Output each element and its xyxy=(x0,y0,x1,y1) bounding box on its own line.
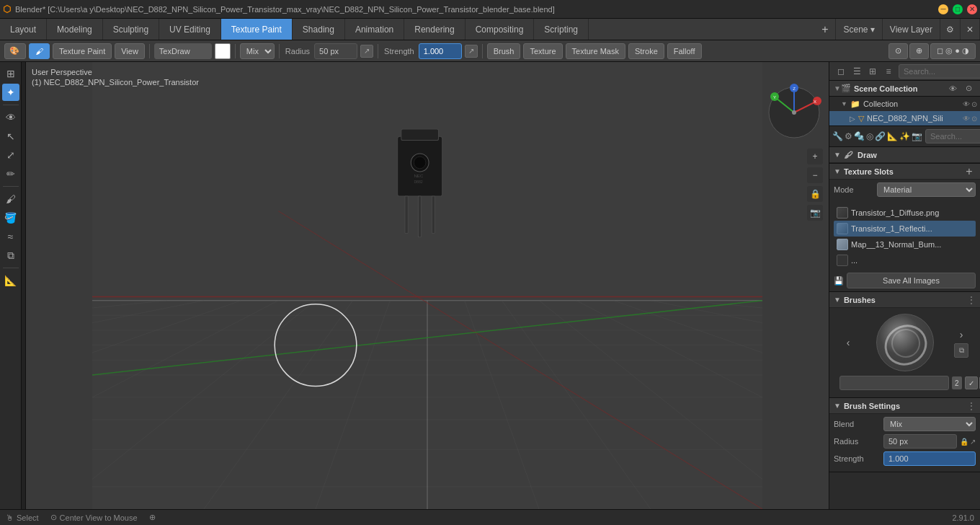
bs-radius-curve-icon[interactable]: ↗ xyxy=(970,438,976,446)
tab-add[interactable]: + xyxy=(814,19,836,40)
falloff-btn[interactable]: Falloff xyxy=(667,43,702,59)
bs-radius-field[interactable]: 50 px xyxy=(883,434,957,449)
collection-item[interactable]: ▼ 📁 Collection 👁 ⊙ xyxy=(829,97,980,111)
save-all-images-btn[interactable]: Save All Images xyxy=(847,273,976,288)
view-lock-icon[interactable]: 🔒 xyxy=(807,186,823,202)
brush-copy-btn[interactable]: ⧉ xyxy=(954,343,968,358)
tab-settings-btn[interactable]: ⚙ xyxy=(940,19,961,40)
coll-eye-icon[interactable]: 👁 xyxy=(963,100,970,108)
scene-collection-header[interactable]: ▼ 🎬 Scene Collection 👁 ⊙ xyxy=(829,81,980,97)
texture-btn[interactable]: Texture xyxy=(523,43,562,59)
tab-uv-editing[interactable]: UV Editing xyxy=(159,19,221,40)
view-icon[interactable]: 👁 xyxy=(2,109,19,126)
tab-layout[interactable]: Layout xyxy=(0,19,47,40)
tab-texture-paint[interactable]: Texture Paint xyxy=(221,19,293,40)
prop-icon-6[interactable]: 📐 xyxy=(887,129,898,144)
brushes-expand-icon[interactable]: ⋮ xyxy=(967,295,976,305)
scene-selector[interactable]: Scene ▾ xyxy=(836,19,882,40)
draw-header[interactable]: ▼ 🖌 Draw xyxy=(829,147,980,163)
blend-select[interactable]: Mix xyxy=(240,43,275,59)
radius-curve-btn[interactable]: ↗ xyxy=(360,45,373,58)
brush-next-btn[interactable]: › xyxy=(954,327,968,342)
prop-icon-3[interactable]: 🔩 xyxy=(854,129,865,144)
prop-icon-7[interactable]: ✨ xyxy=(899,129,910,144)
tab-compositing[interactable]: Compositing xyxy=(466,19,535,40)
restrict-icon[interactable]: ⊙ xyxy=(961,81,976,96)
radius-input[interactable]: 50 px xyxy=(314,43,357,59)
nav-gizmo[interactable]: X Y Z xyxy=(765,84,823,141)
add-texture-slot-btn[interactable]: + xyxy=(963,165,976,178)
maximize-btn[interactable]: □ xyxy=(953,4,963,14)
bs-strength-field[interactable]: 1.000 xyxy=(883,451,976,466)
object-item[interactable]: ▷ ▽ NEC_D882_NPN_Sili 👁 ⊙ xyxy=(829,111,980,125)
clone-icon[interactable]: ⧉ xyxy=(2,247,19,264)
prop-icon-1[interactable]: 🔧 xyxy=(832,129,843,144)
tab-close-btn[interactable]: ✕ xyxy=(961,19,980,40)
annotate-icon[interactable]: ✏ xyxy=(2,165,19,182)
search-input[interactable] xyxy=(899,64,980,79)
select-icon[interactable]: ↖ xyxy=(2,128,19,145)
tab-scripting[interactable]: Scripting xyxy=(534,19,589,40)
prop-icon-4[interactable]: ◎ xyxy=(866,129,873,144)
texture-item-normal[interactable]: Map__13_Normal_Bum... xyxy=(834,237,976,252)
brush-name-input[interactable]: TexDraw xyxy=(154,43,212,59)
texture-item-reflection[interactable]: Transistor_1_Reflecti... xyxy=(834,221,976,237)
mode-select[interactable]: Material xyxy=(877,182,976,197)
tab-animation[interactable]: Animation xyxy=(345,19,404,40)
texture-item-diffuse[interactable]: Transistor_1_Diffuse.png xyxy=(834,205,976,221)
stroke-btn[interactable]: Stroke xyxy=(628,43,664,59)
viewport-shading-btns[interactable]: ◻ ◎ ● ◑ xyxy=(930,43,976,59)
view-layer-selector[interactable]: View Layer xyxy=(883,19,940,40)
prop-icon-2[interactable]: ⚙ xyxy=(845,129,852,144)
paint-brush-icon[interactable]: 🖌 xyxy=(2,190,19,208)
bs-blend-select[interactable]: Mix xyxy=(883,417,976,431)
brush-name-field[interactable]: TexDraw xyxy=(839,376,949,390)
rp-icon-3[interactable]: ⊞ xyxy=(865,64,880,79)
mode-selector-btn[interactable]: 🎨 xyxy=(4,43,26,59)
prop-search[interactable] xyxy=(925,129,980,144)
brush-use-btn[interactable]: ✓ xyxy=(965,376,978,389)
camera-icon[interactable]: 📷 xyxy=(807,205,823,221)
zoom-in-icon[interactable]: + xyxy=(807,149,823,164)
prop-icon-8[interactable]: 📷 xyxy=(912,129,922,144)
zoom-out-icon[interactable]: − xyxy=(807,167,823,183)
viewport-shade-btn[interactable]: ⊙ xyxy=(888,43,908,59)
eye-icon[interactable]: 👁 xyxy=(945,81,960,96)
color-picker[interactable] xyxy=(215,43,231,59)
strength-curve-btn[interactable]: ↗ xyxy=(465,45,478,58)
brushes-header[interactable]: ▼ Brushes ⋮ xyxy=(829,292,980,308)
view-btn[interactable]: View xyxy=(115,43,145,59)
minimize-btn[interactable]: ─ xyxy=(938,4,948,14)
smear-icon[interactable]: ≈ xyxy=(2,228,19,245)
fill-icon[interactable]: 🪣 xyxy=(2,209,19,226)
bs-expand-icon[interactable]: ⋮ xyxy=(967,401,976,411)
rp-icon-4[interactable]: ≡ xyxy=(881,64,896,79)
tools-icon[interactable]: ⊞ xyxy=(2,65,19,82)
texture-slots-header[interactable]: ▼ Texture Slots + xyxy=(829,164,980,180)
transform-icon[interactable]: ⤢ xyxy=(2,146,19,164)
rp-icon-2[interactable]: ☰ xyxy=(850,64,864,79)
tab-sculpting[interactable]: Sculpting xyxy=(103,19,159,40)
coll-cam-icon[interactable]: ⊙ xyxy=(971,100,977,108)
overlay-btn[interactable]: ⊕ xyxy=(909,43,929,59)
active-tool-icon[interactable]: ✦ xyxy=(2,84,19,101)
tab-shading[interactable]: Shading xyxy=(293,19,345,40)
close-btn[interactable]: ✕ xyxy=(967,4,977,14)
bs-radius-lock-icon[interactable]: 🔒 xyxy=(960,438,968,446)
prop-icon-5[interactable]: 🔗 xyxy=(875,129,886,144)
brush-settings-header[interactable]: ▼ Brush Settings ⋮ xyxy=(829,398,980,414)
measure-icon[interactable]: 📐 xyxy=(2,272,19,289)
brush-options-btn[interactable]: Brush xyxy=(487,43,521,59)
viewport[interactable]: NEC D882 User Perspective (1) NEC_D882_N… xyxy=(26,62,829,509)
texture-item-more[interactable]: ... xyxy=(834,252,976,268)
rp-icon-1[interactable]: ◻ xyxy=(834,64,848,79)
obj-cam-icon[interactable]: ⊙ xyxy=(971,115,977,123)
texture-mask-btn[interactable]: Texture Mask xyxy=(566,43,625,59)
tab-modeling[interactable]: Modeling xyxy=(47,19,103,40)
obj-eye-icon[interactable]: 👁 xyxy=(963,115,970,123)
mode-label-btn[interactable]: Texture Paint xyxy=(53,43,112,59)
tab-rendering[interactable]: Rendering xyxy=(404,19,465,40)
brush-tool-btn[interactable]: 🖌 xyxy=(29,43,50,59)
brush-prev-btn[interactable]: ‹ xyxy=(841,335,855,350)
strength-input[interactable]: 1.000 xyxy=(419,43,462,59)
